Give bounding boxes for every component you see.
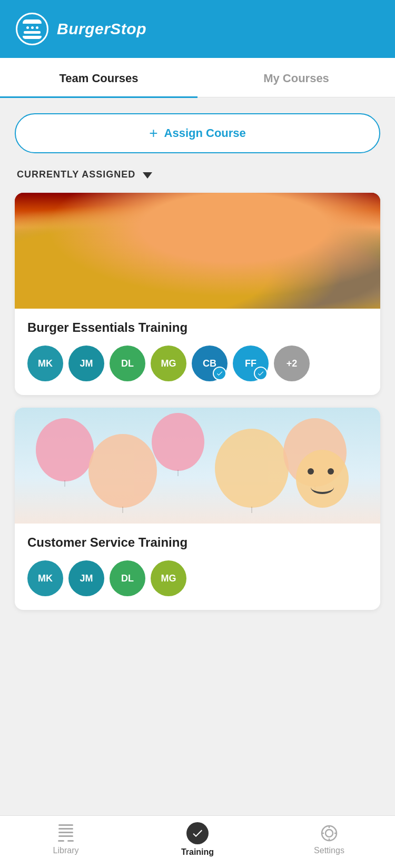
course-avatars-2: MK JM DL MG bbox=[27, 560, 368, 596]
course-body-2: Customer Service Training MK JM DL MG bbox=[15, 524, 380, 610]
balloon-1 bbox=[36, 418, 94, 481]
burger-logo-icon bbox=[23, 19, 42, 39]
balloon-4 bbox=[215, 429, 289, 508]
section-title: CURRENTLY ASSIGNED bbox=[17, 169, 135, 180]
course-body: Burger Essentials Training MK JM DL MG C… bbox=[15, 309, 380, 395]
avatar-jm[interactable]: JM bbox=[68, 346, 104, 381]
assign-course-button[interactable]: + Assign Course bbox=[15, 113, 380, 153]
avatar-mg-2[interactable]: MG bbox=[151, 560, 186, 596]
course-title: Burger Essentials Training bbox=[27, 320, 368, 335]
training-label: Training bbox=[181, 847, 214, 857]
logo-bun-bottom bbox=[23, 36, 42, 39]
nav-training[interactable]: Training bbox=[132, 822, 263, 857]
svg-point-1 bbox=[322, 826, 337, 841]
logo-patty bbox=[24, 31, 41, 34]
course-card-customer-service[interactable]: Customer Service Training MK JM DL MG bbox=[15, 408, 380, 610]
main-content: + Assign Course CURRENTLY ASSIGNED Burge… bbox=[0, 97, 395, 696]
bottom-navigation: Library Training Settings bbox=[0, 815, 395, 868]
training-icon bbox=[186, 822, 209, 844]
avatar-plus-2[interactable]: +2 bbox=[274, 346, 310, 381]
avatar-mg[interactable]: MG bbox=[151, 346, 186, 381]
avatar-dl-2[interactable]: DL bbox=[110, 560, 145, 596]
course-card-burger-essentials[interactable]: Burger Essentials Training MK JM DL MG C… bbox=[15, 193, 380, 395]
avatar-ff[interactable]: FF bbox=[233, 346, 269, 381]
tab-team-courses[interactable]: Team Courses bbox=[0, 58, 197, 97]
library-label: Library bbox=[53, 846, 79, 855]
brand-name: BurgerStop bbox=[57, 20, 146, 38]
app-header: BurgerStop bbox=[0, 0, 395, 58]
logo-bun-top bbox=[23, 19, 42, 24]
smiley-balloon bbox=[296, 450, 349, 508]
balloon-2 bbox=[88, 434, 157, 508]
library-icon bbox=[56, 824, 75, 843]
settings-icon bbox=[320, 824, 339, 843]
settings-label: Settings bbox=[314, 846, 344, 855]
logo-circle bbox=[16, 13, 48, 45]
nav-settings[interactable]: Settings bbox=[263, 824, 395, 855]
chevron-down-icon bbox=[143, 172, 152, 179]
course-image-burger bbox=[15, 193, 380, 309]
course-avatars: MK JM DL MG CB FF +2 bbox=[27, 346, 368, 381]
course-title-2: Customer Service Training bbox=[27, 535, 368, 550]
svg-point-0 bbox=[325, 830, 333, 837]
avatar-mk-2[interactable]: MK bbox=[27, 560, 63, 596]
avatar-jm-2[interactable]: JM bbox=[68, 560, 104, 596]
avatar-mk[interactable]: MK bbox=[27, 346, 63, 381]
tab-my-courses[interactable]: My Courses bbox=[197, 58, 395, 97]
balloon-3 bbox=[152, 413, 204, 471]
check-icon bbox=[191, 827, 204, 840]
nav-library[interactable]: Library bbox=[0, 824, 132, 855]
course-image-balloons bbox=[15, 408, 380, 524]
avatar-dl[interactable]: DL bbox=[110, 346, 145, 381]
avatar-cb[interactable]: CB bbox=[192, 346, 228, 381]
plus-icon: + bbox=[149, 126, 157, 141]
tab-navigation: Team Courses My Courses bbox=[0, 58, 395, 97]
logo-dots bbox=[26, 26, 38, 29]
currently-assigned-section[interactable]: CURRENTLY ASSIGNED bbox=[15, 169, 380, 180]
assign-course-label: Assign Course bbox=[164, 126, 246, 140]
